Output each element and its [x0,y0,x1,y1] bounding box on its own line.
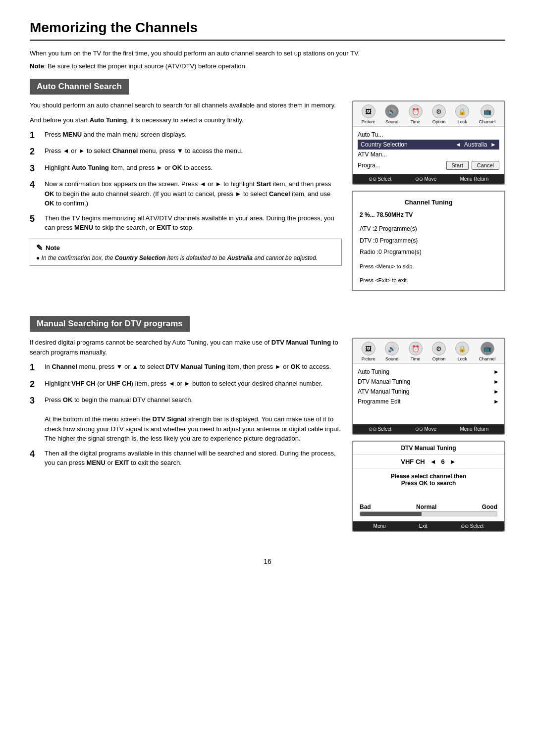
page-title: Memorizing the Channels [30,20,505,41]
ct-radio: Radio :0 Programme(s) [360,247,497,258]
icon-channel: 📺 Channel [479,104,496,124]
tv-bottom-bar-2: ⊙⊙ Select ⊙⊙ Move Menu Return [353,424,504,434]
icon2-sound: 🔊 Sound [385,342,399,361]
step-2: 2 Press ◄ or ► to select Channel menu, p… [30,146,342,157]
signal-labels: Bad Normal Good [360,504,497,510]
option2-icon: ⚙ [432,342,446,355]
dtv-box-title: DTV Manual Tuning [353,442,504,455]
icon2-time: ⏰ Time [409,342,423,361]
auto-channel-right: 🖼 Picture 🔊 Sound ⏰ Time ⚙ Option [352,101,505,296]
picture-icon: 🖼 [362,104,375,118]
note-label: Note [46,244,60,252]
manual-step-4: 4 Then all the digital programs availabl… [30,449,342,468]
dtv-left-arrow[interactable]: ◄ [430,458,436,465]
ct-dtv: DTV :0 Programme(s) [360,236,497,247]
auto-channel-left: You should perform an auto channel searc… [30,101,342,272]
note-icon: ✎ [36,243,43,252]
dtv-info: Please select channel then Press OK to s… [353,469,504,491]
page-number: 16 [30,557,505,565]
dtv-right-arrow[interactable]: ► [450,458,456,465]
icon-time: ⏰ Time [409,104,423,124]
step-4: 4 Now a confirmation box appears on the … [30,179,342,208]
ct-note1: Press <Menu> to skip. [360,262,497,272]
channel2-icon: 📺 [481,342,494,355]
intro-note-bold: Note [30,62,44,70]
menu-row-atv: ATV Man... [358,150,499,159]
time-icon: ⏰ [409,104,423,118]
signal-spacer [360,494,497,504]
menu2-prog-edit: Programme Edit► [358,397,499,406]
note-header: ✎ Note [36,243,335,252]
step-5: 5 Then the TV begins memorizing all ATV/… [30,213,342,233]
channel-icon: 📺 [481,104,494,118]
signal-good: Good [482,504,497,510]
ct-freq: 2 %... 78.50MHz TV [360,210,497,221]
auto-channel-desc: You should perform an auto channel searc… [30,101,342,110]
icon-lock: 🔒 Lock [455,104,469,124]
signal-normal: Normal [416,504,436,510]
menu-row-prog: Progra... Start Cancel [358,159,499,171]
ct-note2: Press <Exit> to exit. [360,276,497,286]
step-1: 1 Press MENU and the main menu screen di… [30,130,342,141]
icon2-picture: 🖼 Picture [362,342,375,361]
tv-screen-1: 🖼 Picture 🔊 Sound ⏰ Time ⚙ Option [352,101,505,185]
channel-tuning-box: Channel Tuning 2 %... 78.50MHz TV ATV :2… [352,191,505,291]
time2-icon: ⏰ [409,342,423,355]
menu-row-auto-tu: Auto Tu... [358,130,499,140]
signal-bar-fill [360,512,422,516]
intro-line1: When you turn on the TV for the first ti… [30,49,505,58]
dtv-signal-area: Bad Normal Good [353,491,504,521]
lock2-icon: 🔒 [455,342,469,355]
manual-searching-right: 🖼 Picture 🔊 Sound ⏰ Time ⚙ Option [352,338,505,538]
icon2-channel: 📺 Channel [479,342,496,361]
tv-menu-rows-1: Auto Tu... Country Selection ◄ Australia… [353,127,504,174]
manual-steps: 1 In Channel menu, press ▼ or ▲ to selec… [30,362,342,467]
tv-menu-rows-2: Auto Tuning► DTV Manual Tuning► ATV Manu… [353,364,504,424]
manual-searching-heading: Manual Searching for DTV programs [30,316,190,332]
sound2-icon: 🔊 [385,342,399,355]
signal-bar [360,511,497,516]
tv-screen-2: 🖼 Picture 🔊 Sound ⏰ Time ⚙ Option [352,338,505,435]
icon-sound: 🔊 Sound [385,104,399,124]
dtv-manual-box: DTV Manual Tuning VHF CH ◄ 6 ► Please se… [352,441,505,532]
manual-searching-layout: If desired digital programs cannot be se… [30,338,505,538]
manual-step-2: 2 Highlight VHF CH (or UHF CH) item, pre… [30,379,342,390]
tv-icons-row-1: 🖼 Picture 🔊 Sound ⏰ Time ⚙ Option [353,101,504,127]
ct-title: Channel Tuning [360,197,497,208]
intro-note-rest: : Be sure to select the proper input sou… [44,62,247,70]
ct-atv: ATV :2 Programme(s) [360,224,497,235]
manual-searching-section: Manual Searching for DTV programs If des… [30,311,505,538]
auto-channel-layout: You should perform an auto channel searc… [30,101,505,296]
icon2-lock: 🔒 Lock [455,342,469,361]
menu2-dtv-manual: DTV Manual Tuning► [358,377,499,387]
note-box: ✎ Note ● In the confirmation box, the Co… [30,239,342,266]
icon-picture: 🖼 Picture [362,104,375,124]
auto-channel-desc2: And before you start Auto Tuning, it is … [30,115,342,125]
manual-step-3: 3 Press OK to begin the manual DTV chann… [30,395,342,444]
intro-line2: Note: Be sure to select the proper input… [30,61,505,71]
menu-row-country: Country Selection ◄ Australia ► [358,140,499,150]
step-3: 3 Highlight Auto Tuning item, and press … [30,163,342,174]
dtv-bottom-bar: Menu Exit ⊙⊙ Select [353,521,504,531]
manual-searching-left: If desired digital programs cannot be se… [30,338,342,472]
picture2-icon: 🖼 [362,342,375,355]
start-button[interactable]: Start [446,161,469,170]
cancel-button[interactable]: Cancel [472,161,499,170]
menu2-auto-tuning: Auto Tuning► [358,367,499,377]
note-text: ● In the confirmation box, the Country S… [36,254,335,261]
option-icon: ⚙ [432,104,446,118]
auto-channel-heading: Auto Channel Search [30,79,129,95]
tv-icons-row-2: 🖼 Picture 🔊 Sound ⏰ Time ⚙ Option [353,339,504,364]
dtv-ch-label: VHF CH [401,458,425,465]
auto-channel-steps: 1 Press MENU and the main menu screen di… [30,130,342,233]
dtv-ch-row: VHF CH ◄ 6 ► [353,455,504,469]
auto-channel-section: Auto Channel Search You should perform a… [30,74,505,296]
dtv-ch-num: 6 [441,458,445,465]
manual-desc: If desired digital programs cannot be se… [30,338,342,357]
manual-step-1: 1 In Channel menu, press ▼ or ▲ to selec… [30,362,342,373]
menu2-atv-manual: ATV Manual Tuning► [358,387,499,397]
dtv-info2: Press OK to search [360,480,497,487]
icon-option: ⚙ Option [432,104,446,124]
lock-icon: 🔒 [455,104,469,118]
dtv-info1: Please select channel then [360,473,497,480]
